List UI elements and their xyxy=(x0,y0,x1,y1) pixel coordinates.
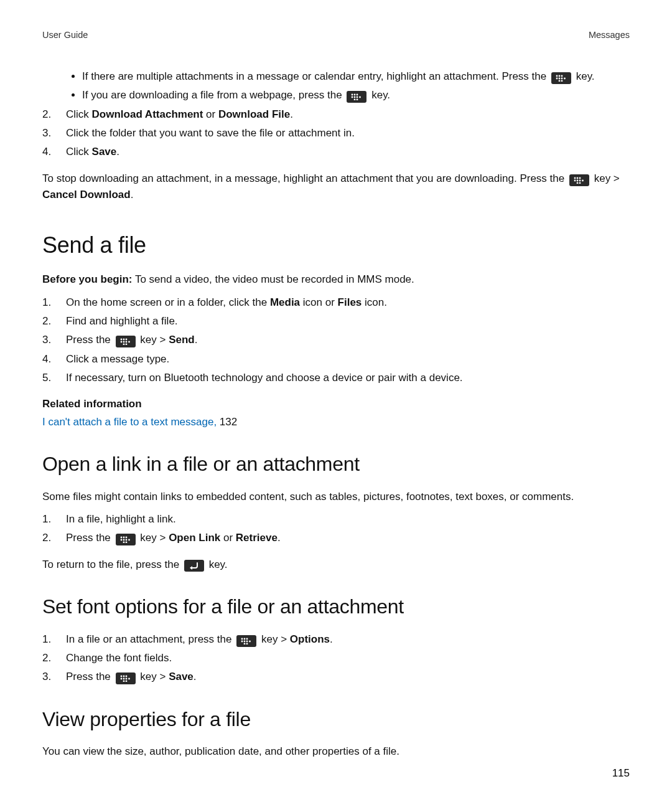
svg-point-37 xyxy=(123,537,124,539)
text-bold: Open Link xyxy=(169,532,220,544)
text: Click the folder that you want to save t… xyxy=(66,127,355,139)
text-bold: Retrieve xyxy=(236,532,278,544)
svg-point-34 xyxy=(123,344,124,345)
text-bold: Options xyxy=(290,633,330,645)
step-number: 2. xyxy=(42,530,58,546)
svg-point-18 xyxy=(574,177,576,179)
related-information-heading: Related information xyxy=(42,396,630,412)
list-item: 1. On the home screen or in a folder, cl… xyxy=(66,295,630,311)
svg-point-21 xyxy=(574,179,576,181)
text: key > xyxy=(140,671,169,682)
text: Click xyxy=(66,108,92,120)
page-header: User Guide Messages xyxy=(42,30,630,40)
svg-point-45 xyxy=(241,638,243,639)
text: 132 xyxy=(217,416,237,428)
text: . xyxy=(131,189,134,201)
svg-point-13 xyxy=(354,97,356,98)
svg-point-23 xyxy=(579,179,581,181)
svg-point-47 xyxy=(246,638,248,639)
page: User Guide Messages If there are multipl… xyxy=(0,0,672,807)
svg-point-30 xyxy=(120,341,122,343)
list-item: 2. Press the key > Open Link or Retrieve… xyxy=(66,530,630,546)
list-item: 1. In a file or an attachment, press the… xyxy=(66,631,630,648)
text-bold: Cancel Download xyxy=(42,189,131,201)
text: If necessary, turn on Bluetooth technolo… xyxy=(66,372,463,384)
text: Click xyxy=(66,146,92,158)
svg-point-52 xyxy=(244,643,246,644)
text: To stop downloading an attachment, in a … xyxy=(42,172,564,184)
svg-point-59 xyxy=(125,678,127,680)
step-number: 4. xyxy=(42,351,58,367)
text: icon. xyxy=(362,296,387,308)
text: key > xyxy=(140,334,169,346)
svg-point-0 xyxy=(556,75,558,77)
page-number: 115 xyxy=(612,767,630,780)
list-item: If there are multiple attachments in a m… xyxy=(82,68,630,85)
list-item: 1. In a file, highlight a link. xyxy=(66,511,630,527)
svg-point-24 xyxy=(582,179,584,181)
step-number: 2. xyxy=(42,106,58,123)
svg-point-62 xyxy=(125,681,127,682)
text-bold: Before you begin: xyxy=(42,273,133,285)
step-number: 1. xyxy=(42,631,58,648)
svg-point-29 xyxy=(125,339,127,341)
text: key > xyxy=(594,172,620,184)
text: On the home screen or in a folder, click… xyxy=(66,296,270,308)
svg-point-27 xyxy=(120,339,122,341)
svg-point-53 xyxy=(246,643,248,644)
text-bold: Download File xyxy=(218,108,290,120)
menu-key-icon xyxy=(569,174,589,186)
svg-point-26 xyxy=(579,182,581,183)
svg-point-8 xyxy=(561,80,563,82)
text: Find and highlight a file. xyxy=(66,315,178,327)
list-item: 3. Click the folder that you want to sav… xyxy=(66,125,630,141)
svg-point-6 xyxy=(564,78,566,80)
svg-point-41 xyxy=(125,539,127,541)
openlink-intro: Some files might contain links to embedd… xyxy=(42,489,630,505)
page-content: If there are multiple attachments in a m… xyxy=(42,68,630,760)
intro-steps: 2. Click Download Attachment or Download… xyxy=(42,106,630,161)
header-right: Messages xyxy=(589,30,630,40)
list-item: 2. Find and highlight a file. xyxy=(66,313,630,329)
text-bold: Save xyxy=(169,671,194,682)
text: If there are multiple attachments in a m… xyxy=(82,70,546,82)
svg-point-44 xyxy=(125,542,127,543)
menu-key-icon xyxy=(116,672,136,684)
text: key. xyxy=(576,70,595,82)
svg-point-5 xyxy=(561,78,563,80)
svg-point-60 xyxy=(128,678,130,680)
svg-point-28 xyxy=(123,339,124,341)
before-you-begin: Before you begin: To send a video, the v… xyxy=(42,271,630,288)
related-link-row: I can't attach a file to a text message,… xyxy=(42,414,630,430)
step-number: 3. xyxy=(42,125,58,141)
list-item: 5. If necessary, turn on Bluetooth techn… xyxy=(66,370,630,386)
text: . xyxy=(194,671,197,682)
svg-point-25 xyxy=(577,182,579,183)
text: Press the xyxy=(66,532,111,544)
text-bold: Media xyxy=(270,296,300,308)
heading-open-link: Open a link in a file or an attachment xyxy=(42,449,630,480)
openlink-steps: 1. In a file, highlight a link. 2. Press… xyxy=(42,511,630,547)
text: . xyxy=(278,532,281,544)
text: key > xyxy=(140,532,169,544)
text-bold: Download Attachment xyxy=(92,108,203,120)
intro-sub-bullets: If there are multiple attachments in a m… xyxy=(42,68,630,104)
svg-point-39 xyxy=(120,539,122,541)
svg-point-31 xyxy=(123,341,124,343)
svg-point-7 xyxy=(559,80,561,82)
related-link[interactable]: I can't attach a file to a text message, xyxy=(42,416,217,428)
svg-point-20 xyxy=(579,177,581,179)
font-steps: 1. In a file or an attachment, press the… xyxy=(42,631,630,686)
text: To return to the file, press the xyxy=(42,559,179,570)
svg-point-32 xyxy=(125,341,127,343)
menu-key-icon xyxy=(116,534,136,545)
text: . xyxy=(195,334,198,346)
send-steps: 1. On the home screen or in a folder, cl… xyxy=(42,295,630,387)
step-number: 3. xyxy=(42,332,58,348)
menu-key-icon xyxy=(116,336,136,347)
text-bold: Send xyxy=(169,334,195,346)
text: icon or xyxy=(300,296,337,308)
svg-point-58 xyxy=(123,678,124,680)
svg-point-22 xyxy=(577,179,579,181)
svg-point-4 xyxy=(559,78,561,80)
